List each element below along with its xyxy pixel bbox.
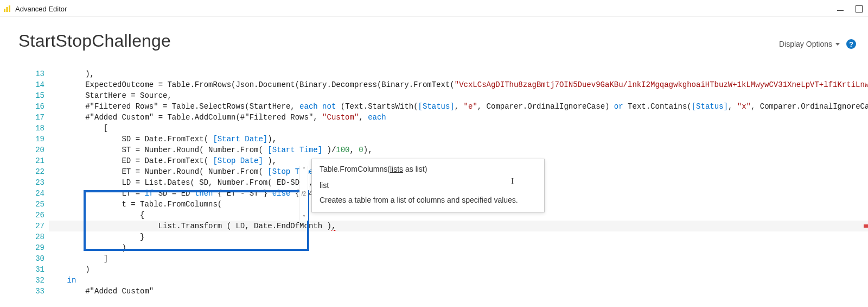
app-title: Advanced Editor <box>15 5 67 13</box>
code-editor[interactable]: 1314151617181920212223242526272829303132… <box>18 68 868 307</box>
powerbi-icon <box>3 5 11 12</box>
line-number: 33 <box>18 286 44 297</box>
display-options-dropdown[interactable]: Display Options <box>779 40 840 48</box>
line-number: 26 <box>18 210 44 221</box>
line-number: 29 <box>18 242 44 253</box>
maximize-button[interactable] <box>856 5 863 12</box>
line-number: 15 <box>18 90 44 101</box>
line-number: 30 <box>18 253 44 264</box>
minimize-button[interactable] <box>837 10 844 11</box>
svg-rect-0 <box>4 9 5 12</box>
query-name: StartStopChallenge <box>18 31 171 51</box>
line-number: 14 <box>18 79 44 90</box>
svg-rect-2 <box>9 5 10 12</box>
code-line[interactable]: #"Added Custom" <box>49 286 868 297</box>
fold-marker-column: ˄ /2 ˅ <box>299 166 308 221</box>
code-line[interactable]: List.Transform ( LD, Date.EndOfMonth ), <box>49 221 868 231</box>
line-number: 22 <box>18 166 44 177</box>
code-line[interactable]: } <box>49 231 868 242</box>
chevron-up-icon: ˄ <box>300 166 308 172</box>
line-number: 32 <box>18 275 44 286</box>
code-line[interactable]: ), <box>49 68 868 79</box>
line-number: 16 <box>18 101 44 112</box>
line-number: 18 <box>18 123 44 134</box>
code-line[interactable]: ) <box>49 242 868 253</box>
code-line[interactable]: #"Filtered Rows" = Table.SelectRows(Star… <box>49 101 868 112</box>
line-number: 24 <box>18 188 44 199</box>
code-line[interactable]: SD = Date.FromText( [Start Date]), <box>49 134 868 145</box>
code-line[interactable]: StartHere = Source, <box>49 90 868 101</box>
line-number: 13 <box>18 68 44 79</box>
error-marker <box>864 224 868 228</box>
line-number: 25 <box>18 199 44 210</box>
text-cursor-icon: I <box>511 176 514 187</box>
code-line[interactable]: ) <box>49 264 868 275</box>
tooltip-description: Creates a table from a list of columns a… <box>320 195 537 206</box>
intellisense-tooltip: Table.FromColumns(lists as list) list Cr… <box>311 159 545 212</box>
line-number: 27 <box>18 221 44 231</box>
display-options-label: Display Options <box>779 40 832 48</box>
chevron-down-icon: ˅ <box>300 215 308 221</box>
code-line[interactable]: ST = Number.Round( Number.From( [Start T… <box>49 145 868 155</box>
title-bar: Advanced Editor <box>0 0 868 17</box>
code-line[interactable]: #"Added Custom" = Table.AddColumn(#"Filt… <box>49 112 868 123</box>
code-line[interactable]: [ <box>49 123 868 134</box>
line-number-gutter: 1314151617181920212223242526272829303132… <box>18 68 49 307</box>
svg-rect-1 <box>7 7 8 12</box>
line-number: 19 <box>18 134 44 145</box>
code-line[interactable]: ] <box>49 253 868 264</box>
line-number: 23 <box>18 177 44 188</box>
line-number: 17 <box>18 112 44 123</box>
chevron-down-icon <box>835 43 840 46</box>
fold-marker-text: /2 <box>300 191 308 197</box>
window-controls <box>837 5 865 12</box>
tooltip-return-type: list <box>320 180 537 192</box>
help-icon[interactable]: ? <box>846 39 856 49</box>
code-line[interactable]: ExpectedOutcome = Table.FromRows(Json.Do… <box>49 79 868 90</box>
editor-header: StartStopChallenge Display Options ? <box>0 17 868 54</box>
line-number: 21 <box>18 155 44 166</box>
line-number: 28 <box>18 231 44 242</box>
line-number: 31 <box>18 264 44 275</box>
tooltip-signature: Table.FromColumns(lists as list) <box>320 164 537 176</box>
line-number: 20 <box>18 145 44 155</box>
code-line[interactable]: in <box>49 275 868 286</box>
